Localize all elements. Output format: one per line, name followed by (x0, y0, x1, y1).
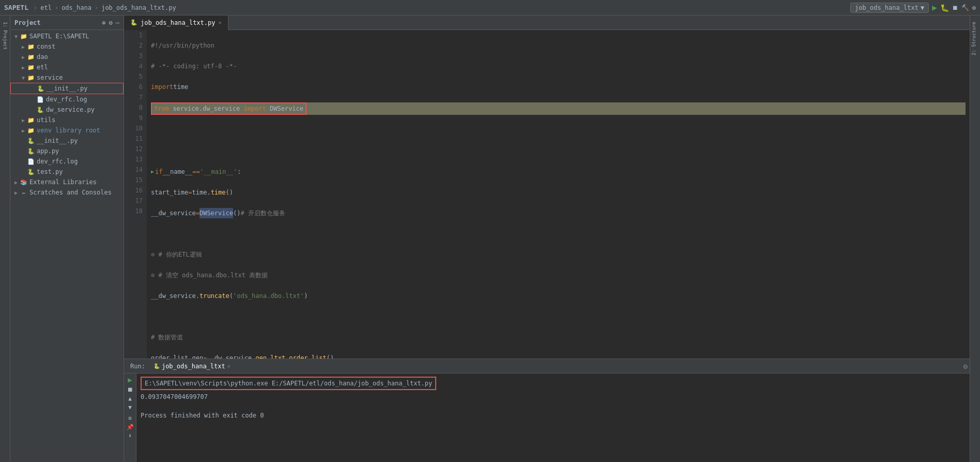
run-finish-line: Process finished with exit code 0 (141, 411, 966, 420)
run-config-selector[interactable]: job_ods_hana_ltxt ▼ (850, 3, 929, 13)
line-numbers: 12345 678910 1112131415 161718 (124, 30, 147, 359)
brand-label: SAPETL (4, 4, 28, 11)
code-line-7: ▶if __name__ == '__main__': (151, 167, 966, 177)
run-tab-label: job_ods_hana_ltxt (162, 363, 225, 370)
run-label: Run: (126, 363, 149, 370)
sync-icon[interactable]: ⊕ (102, 19, 105, 26)
run-tab-close-icon[interactable]: ✕ (227, 363, 231, 369)
tree-item-const[interactable]: ▶ 📁 const (10, 41, 124, 52)
code-line-6 (151, 146, 966, 156)
collapse-icon[interactable]: ⚙ (109, 19, 113, 26)
code-line-2: # -*- coding: utf-8 -*- (151, 61, 966, 71)
tree-item-init2[interactable]: 🐍 __init__.py (10, 136, 124, 146)
run-result-line: 0.0937047004699707 (141, 392, 966, 401)
structure-icon[interactable]: ≡ (128, 415, 132, 422)
code-line-14 (151, 311, 966, 322)
venv-label: venv library root (37, 127, 100, 134)
utils-label: utils (37, 116, 55, 124)
scroll-up-button[interactable]: ▲ (128, 395, 132, 402)
breadcrumb-etl[interactable]: etl (40, 4, 52, 11)
run-command: E:\SAPETL\venv\Scripts\python.exe E:/SAP… (141, 377, 436, 390)
build-button[interactable]: 🔨 (961, 4, 969, 11)
editor-tabs: 🐍 job_ods_hana_ltxt.py ✕ (124, 16, 970, 30)
code-line-11: ⊙ # 你的ETL逻辑 (151, 249, 966, 260)
panel-header: Project ⊕ ⚙ — (10, 16, 124, 30)
tree-item-utils[interactable]: ▶ 📁 utils (10, 115, 124, 125)
test-icon: 🐍 (27, 168, 35, 176)
code-line-1: #!/usr/bin/python (151, 40, 966, 51)
tree-item-service[interactable]: ▼ 📁 service (10, 72, 124, 83)
root-folder-icon: 📁 (20, 32, 28, 40)
editor-tab-main[interactable]: 🐍 job_ods_hana_ltxt.py ✕ (124, 16, 228, 30)
const-icon: 📁 (27, 42, 35, 51)
tab-close-icon[interactable]: ✕ (219, 20, 222, 25)
sep1: › (34, 4, 37, 11)
log2-label: dev_rfc.log (37, 158, 78, 165)
tree-root[interactable]: ▼ 📁 SAPETL E:\SAPETL (10, 31, 124, 41)
main-layout: 1: Project Project ⊕ ⚙ — ▼ 📁 SAPETL E:\S… (0, 16, 980, 462)
scratches-icon: ✏ (20, 188, 28, 197)
tree-item-dev-rfc-log[interactable]: 📄 dev_rfc.log (10, 94, 124, 105)
rerun-button[interactable]: ▶ (128, 376, 132, 384)
stop-button[interactable]: ⏹ (952, 4, 958, 11)
run-panel: Run: 🐍 job_ods_hana_ltxt ✕ ⚙ ▶ ⏹ ▲ ▼ ≡ 📌 (124, 359, 970, 462)
tree-item-ext-libs[interactable]: ▶ 📚 External Libraries (10, 177, 124, 187)
project-icon[interactable]: 1: Project (3, 22, 8, 50)
tree-root-label: SAPETL E:\SAPETL (29, 33, 89, 40)
tree-item-venv[interactable]: ▶ 📁 venv library root (10, 125, 124, 136)
maximize-icon[interactable]: ⬆ (128, 433, 132, 439)
tree-item-init[interactable]: 🐍 __init__.py (10, 83, 124, 94)
dao-icon: 📁 (27, 53, 35, 61)
panel-title: Project (14, 19, 100, 26)
code-line-9: __dw_service = DWService() # 开启数仓服务 (151, 208, 966, 218)
run-tab-main[interactable]: 🐍 job_ods_hana_ltxt ✕ (149, 359, 235, 374)
stop-run-button[interactable]: ⏹ (127, 386, 133, 393)
top-bar-right: job_ods_hana_ltxt ▼ ▶ 🐛 ⏹ 🔨 ⚙ (850, 3, 976, 13)
breadcrumb-file[interactable]: job_ods_hana_ltxt.py (101, 4, 176, 11)
tree-item-etl[interactable]: ▶ 📁 etl (10, 62, 124, 72)
tree-item-dw-service[interactable]: 🐍 dw_service.py (10, 105, 124, 115)
run-button[interactable]: ▶ (932, 3, 937, 12)
init-py-icon: 🐍 (37, 84, 45, 93)
tree-item-app[interactable]: 🐍 app.py (10, 146, 124, 156)
const-label: const (37, 43, 55, 50)
structure-panel-label[interactable]: 2: Structure (970, 20, 980, 57)
code-line-4: from service.dw_service import DWService (151, 102, 966, 115)
etl-icon: 📁 (27, 63, 35, 71)
venv-icon: 📁 (27, 126, 35, 135)
code-line-12: ⊙ # 清空 ods_hana.dbo.ltxt 表数据 (151, 270, 966, 280)
test-label: test.py (37, 168, 63, 175)
tree-item-test[interactable]: 🐍 test.py (10, 167, 124, 177)
root-arrow: ▼ (12, 34, 20, 39)
run-toolbar: ▶ ⏹ ▲ ▼ ≡ 📌 ⬆ (124, 374, 136, 462)
init2-label: __init__.py (37, 137, 78, 144)
init2-icon: 🐍 (27, 137, 35, 145)
dao-label: dao (37, 53, 48, 61)
settings-button[interactable]: ⚙ (972, 4, 976, 11)
top-bar: SAPETL › etl › ods_hana › job_ods_hana_l… (0, 0, 980, 16)
tab-label: job_ods_hana_ltxt.py (141, 19, 216, 26)
etl-label: etl (37, 64, 48, 71)
init-label: __init__.py (47, 85, 87, 92)
pin-icon[interactable]: 📌 (127, 424, 134, 430)
code-line-10 (151, 229, 966, 239)
tab-py-icon: 🐍 (130, 19, 137, 26)
code-content: #!/usr/bin/python # -*- coding: utf-8 -*… (147, 30, 970, 359)
code-view: 12345 678910 1112131415 161718 #!/usr/bi… (124, 30, 970, 359)
utils-icon: 📁 (27, 116, 35, 124)
ext-libs-label: External Libraries (29, 178, 97, 186)
debug-button[interactable]: 🐛 (940, 4, 949, 12)
left-tool-icons: 1: Project (0, 16, 10, 462)
run-tab-run-icon: 🐍 (154, 363, 160, 369)
tree-item-dao[interactable]: ▶ 📁 dao (10, 52, 124, 62)
code-line-5 (151, 125, 966, 136)
tree-item-scratches[interactable]: ▶ ✏ Scratches and Consoles (10, 187, 124, 198)
close-panel-icon[interactable]: — (116, 19, 119, 26)
code-line-8: start_time = time.time() (151, 187, 966, 198)
run-settings-icon[interactable]: ⚙ (963, 362, 968, 370)
run-tabs: Run: 🐍 job_ods_hana_ltxt ✕ ⚙ (124, 359, 970, 374)
run-output: E:\SAPETL\venv\Scripts\python.exe E:/SAP… (136, 374, 970, 462)
breadcrumb-odshana[interactable]: ods_hana (62, 4, 91, 11)
tree-item-log2[interactable]: 📄 dev_rfc.log (10, 156, 124, 167)
scroll-down-button[interactable]: ▼ (128, 404, 132, 411)
